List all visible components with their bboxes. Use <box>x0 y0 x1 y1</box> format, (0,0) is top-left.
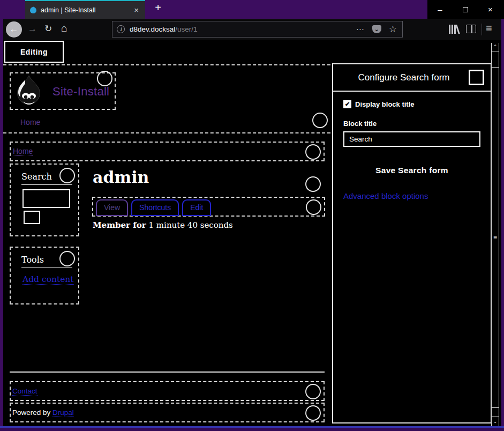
tab-close-icon[interactable]: × <box>132 5 140 14</box>
browser-tab[interactable]: admin | Site-Install × <box>25 0 145 19</box>
editing-mode-tab[interactable]: Editing <box>4 41 64 63</box>
navigation-toolbar: ← → ↻ ⌂ i d8dev.docksal /user/1 ⋯ ⌄ ☆ ≡ <box>0 19 504 40</box>
bookmark-star-icon[interactable]: ☆ <box>389 24 397 35</box>
minimize-button[interactable]: – <box>427 0 453 19</box>
tab-edit[interactable]: Edit <box>182 199 211 216</box>
scrollbar-grip-icon[interactable]: ≡ <box>492 234 499 241</box>
main-menu-home-link[interactable]: Home <box>20 118 40 127</box>
window-frame-right <box>501 19 504 431</box>
home-button[interactable]: ⌂ <box>61 22 67 34</box>
url-bar[interactable]: i d8dev.docksal /user/1 ⋯ ⌄ ☆ <box>112 21 403 38</box>
browser-window: admin | Site-Install × + – × ← → ↻ ⌂ i d… <box>0 0 504 431</box>
primary-tabs-block: View Shortcuts Edit <box>92 197 325 217</box>
scrollbar-bottom-segment[interactable] <box>492 407 499 417</box>
contextual-toggle-breadcrumb[interactable] <box>305 144 321 160</box>
contextual-toggle-title[interactable] <box>305 176 321 192</box>
display-block-title-row: ✔ Display block title <box>343 100 480 108</box>
drupal-logo <box>13 75 44 108</box>
sidebar-toggle-divider <box>471 25 472 33</box>
advanced-block-options-link[interactable]: Advanced block options <box>343 191 428 200</box>
pocket-icon[interactable]: ⌄ <box>372 25 381 33</box>
drupal-favicon <box>30 7 36 13</box>
tools-block-title: Tools <box>21 255 44 265</box>
url-actions: ⋯ ⌄ ☆ <box>356 24 397 35</box>
display-block-title-label: Display block title <box>355 100 415 108</box>
contact-link[interactable]: Contact <box>12 387 37 396</box>
member-for-label: Member for <box>93 220 146 230</box>
tray-title: Configure Search form <box>358 72 465 83</box>
add-content-link[interactable]: Add content <box>22 274 74 285</box>
tray-body: ✔ Display block title Block title Save S… <box>333 100 491 201</box>
search-title-rule <box>21 184 72 185</box>
library-icon[interactable] <box>449 25 461 34</box>
scrollbar-top-segment[interactable] <box>492 51 499 68</box>
back-button[interactable]: ← <box>6 21 22 38</box>
page-actions-icon[interactable]: ⋯ <box>356 25 365 34</box>
powered-by-text: Powered by <box>12 408 50 417</box>
hamburger-menu-icon[interactable]: ≡ <box>486 22 492 34</box>
tools-block: Tools Add content <box>10 247 79 304</box>
footer-divider <box>10 371 325 373</box>
maximize-button[interactable] <box>453 0 478 19</box>
search-input[interactable] <box>22 189 70 208</box>
reload-button[interactable]: ↻ <box>44 23 52 34</box>
contextual-toggle-powered[interactable] <box>305 405 321 421</box>
window-frame-bottom <box>0 426 504 431</box>
block-title-input[interactable] <box>343 131 480 147</box>
contextual-toggle-footer-menu[interactable] <box>305 384 321 399</box>
search-submit-button[interactable] <box>24 211 40 224</box>
url-host: d8dev.docksal <box>130 25 175 33</box>
library-icon-bar <box>449 25 450 34</box>
search-form-block: Search <box>10 164 79 236</box>
url-path: /user/1 <box>175 25 197 33</box>
toolbar-divider <box>482 24 482 35</box>
contextual-toggle-tools[interactable] <box>59 251 75 266</box>
menu-region-outline <box>3 132 330 133</box>
page-content: Editing Site-Install Home Home <box>3 40 501 426</box>
header-region-outline <box>3 64 330 65</box>
configure-block-tray: Configure Search form ✔ Display block ti… <box>332 63 492 423</box>
display-block-title-checkbox[interactable]: ✔ <box>343 100 351 108</box>
site-info-icon[interactable]: i <box>117 25 125 33</box>
tray-close-button[interactable] <box>469 70 484 85</box>
tools-title-rule <box>21 267 72 268</box>
block-title-label: Block title <box>343 120 480 128</box>
page-scrollbar[interactable]: ⌃ ≡ ⌄ <box>491 43 499 426</box>
window-frame-left <box>0 19 3 431</box>
scroll-up-icon[interactable]: ⌃ <box>492 43 499 51</box>
save-block-button[interactable]: Save Search form <box>375 166 448 175</box>
forward-button[interactable]: → <box>28 24 37 34</box>
window-controls: – × <box>427 0 504 19</box>
scrollbar-track[interactable]: ≡ <box>492 68 499 407</box>
titlebar: admin | Site-Install × + – × <box>0 0 504 19</box>
scroll-down-icon[interactable]: ⌄ <box>492 417 499 426</box>
member-for-line: Member for1 minute 40 seconds <box>93 220 233 230</box>
member-for-value: 1 minute 40 seconds <box>149 220 233 230</box>
tray-header: Configure Search form <box>333 64 491 92</box>
site-name-link[interactable]: Site-Install <box>52 85 109 99</box>
sidebar-toggle-icon[interactable] <box>466 25 476 33</box>
drupal-link[interactable]: Drupal <box>52 408 74 417</box>
library-icon-bar <box>452 25 453 34</box>
new-tab-button[interactable]: + <box>151 2 166 14</box>
tab-shortcuts[interactable]: Shortcuts <box>131 199 179 216</box>
library-icon-bar <box>455 25 460 34</box>
contextual-toggle-tabs[interactable] <box>306 199 321 215</box>
tab-title: admin | Site-Install <box>41 6 128 14</box>
contextual-toggle-branding[interactable] <box>97 71 112 86</box>
tab-view[interactable]: View <box>96 199 128 216</box>
breadcrumb-home-link[interactable]: Home <box>13 147 33 156</box>
maximize-icon <box>463 7 468 12</box>
page-title: admin <box>93 168 149 187</box>
breadcrumb-block: Home <box>10 142 325 161</box>
powered-by-block: Powered by Drupal <box>10 403 325 422</box>
search-block-title: Search <box>21 172 52 182</box>
close-window-button[interactable]: × <box>478 0 503 19</box>
contextual-toggle-menu[interactable] <box>312 113 328 128</box>
contextual-toggle-search[interactable] <box>59 168 75 183</box>
footer-menu-block: Contact <box>10 381 325 401</box>
